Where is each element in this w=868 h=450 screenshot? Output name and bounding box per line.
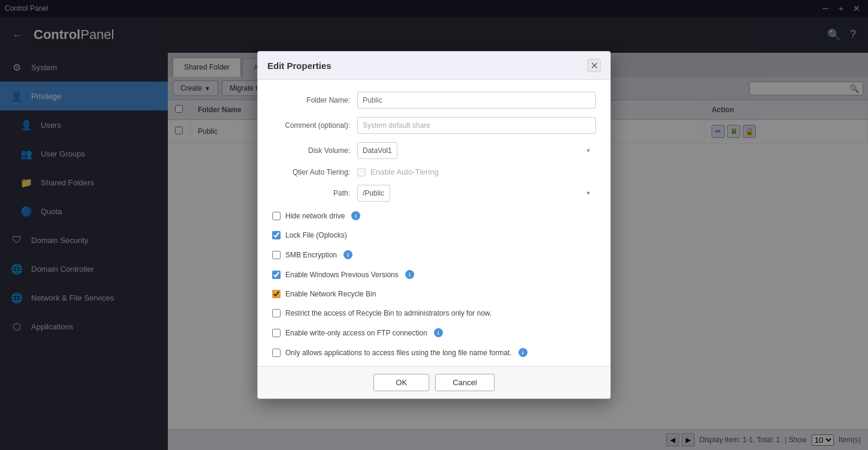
hide-network-info-icon[interactable]: i bbox=[351, 211, 360, 220]
comment-row: Comment (optional): bbox=[272, 117, 596, 134]
path-row: Path: /Public bbox=[272, 185, 596, 202]
hide-network-row: Hide network drive i bbox=[272, 210, 596, 221]
enable-recycle-checkbox[interactable] bbox=[272, 290, 281, 298]
dialog-title: Edit Properties bbox=[267, 61, 331, 71]
ftp-write-only-label: Enable write-only access on FTP connecti… bbox=[285, 329, 427, 337]
disk-volume-row: Disk Volume: DataVol1 bbox=[272, 142, 596, 159]
modal-overlay: Edit Properties ✕ Folder Name: Comment (… bbox=[0, 0, 868, 450]
enable-recycle-row: Enable Network Recycle Bin bbox=[272, 289, 596, 299]
long-file-name-checkbox[interactable] bbox=[272, 349, 281, 357]
dialog-header: Edit Properties ✕ bbox=[258, 52, 610, 80]
lock-file-row: Lock File (Oplocks) bbox=[272, 230, 596, 241]
hide-network-checkbox[interactable] bbox=[272, 212, 281, 220]
edit-properties-dialog: Edit Properties ✕ Folder Name: Comment (… bbox=[257, 51, 611, 399]
enable-prev-versions-checkbox[interactable] bbox=[272, 271, 281, 279]
ftp-write-only-row: Enable write-only access on FTP connecti… bbox=[272, 327, 596, 338]
qtier-checkbox-wrap: Enable Auto-Tiering bbox=[357, 167, 439, 176]
qtier-row: Qtier Auto Tiering: Enable Auto-Tiering bbox=[272, 167, 596, 176]
restrict-recycle-row: Restrict the access of Recycle Bin to ad… bbox=[272, 308, 596, 319]
long-file-name-row: Only allows applications to access files… bbox=[272, 347, 596, 358]
folder-name-label: Folder Name: bbox=[272, 96, 350, 104]
enable-recycle-label: Enable Network Recycle Bin bbox=[285, 290, 376, 298]
enable-prev-versions-info-icon[interactable]: i bbox=[405, 270, 414, 279]
qtier-checkbox-label: Enable Auto-Tiering bbox=[370, 167, 439, 176]
path-label: Path: bbox=[272, 189, 350, 197]
cancel-button[interactable]: Cancel bbox=[435, 374, 494, 391]
lock-file-checkbox[interactable] bbox=[272, 231, 281, 239]
qtier-checkbox[interactable] bbox=[357, 168, 366, 176]
dialog-body: Folder Name: Comment (optional): Disk Vo… bbox=[258, 80, 610, 366]
hide-network-label: Hide network drive bbox=[285, 212, 345, 220]
dialog-close-button[interactable]: ✕ bbox=[587, 59, 601, 72]
enable-prev-versions-label: Enable Windows Previous Versions bbox=[285, 271, 399, 279]
comment-input[interactable] bbox=[357, 117, 596, 134]
smb-encryption-checkbox[interactable] bbox=[272, 251, 281, 259]
ftp-write-only-info-icon[interactable]: i bbox=[434, 328, 443, 337]
dialog-footer: OK Cancel bbox=[258, 366, 610, 398]
folder-name-row: Folder Name: bbox=[272, 92, 596, 109]
smb-encryption-row: SMB Encryption i bbox=[272, 249, 596, 260]
lock-file-label: Lock File (Oplocks) bbox=[285, 231, 347, 239]
path-select[interactable]: /Public bbox=[357, 185, 390, 202]
qtier-label: Qtier Auto Tiering: bbox=[272, 168, 350, 176]
disk-volume-select-wrap: DataVol1 bbox=[357, 142, 596, 159]
folder-name-input[interactable] bbox=[357, 92, 596, 109]
comment-label: Comment (optional): bbox=[272, 121, 350, 130]
disk-volume-select[interactable]: DataVol1 bbox=[357, 142, 397, 159]
long-file-name-label: Only allows applications to access files… bbox=[285, 349, 512, 357]
smb-encryption-label: SMB Encryption bbox=[285, 251, 337, 259]
long-file-name-info-icon[interactable]: i bbox=[519, 348, 528, 357]
path-select-wrap: /Public bbox=[357, 185, 596, 202]
restrict-recycle-checkbox[interactable] bbox=[272, 309, 281, 317]
ok-button[interactable]: OK bbox=[373, 374, 429, 391]
disk-volume-label: Disk Volume: bbox=[272, 146, 350, 155]
restrict-recycle-label: Restrict the access of Recycle Bin to ad… bbox=[285, 309, 492, 317]
ftp-write-only-checkbox[interactable] bbox=[272, 329, 281, 337]
smb-encryption-info-icon[interactable]: i bbox=[343, 250, 352, 259]
enable-prev-versions-row: Enable Windows Previous Versions i bbox=[272, 269, 596, 280]
